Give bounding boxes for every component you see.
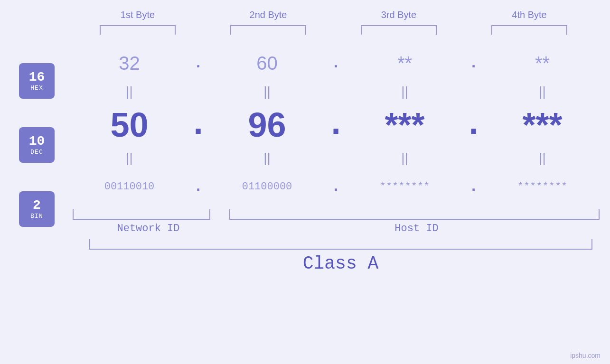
bracket-cell-4 [464, 25, 595, 35]
dot-sep-hex-3: . [467, 55, 481, 72]
bottom-brackets-row [68, 209, 604, 220]
main-container: 1st Byte 2nd Byte 3rd Byte 4th Byte 16 H… [0, 0, 610, 364]
labels-column: 16 HEX 10 DEC 2 BIN [6, 44, 68, 227]
top-bracket-3 [361, 25, 437, 35]
bracket-cell-3 [334, 25, 464, 35]
bin-b1-cell: 00110010 [68, 181, 191, 193]
bin-b3-value: ******** [380, 181, 430, 193]
class-bracket [89, 239, 592, 250]
equals-row-2: || || || || [68, 149, 604, 168]
host-id-label: Host ID [229, 223, 604, 234]
eq2-b3-sym: || [401, 150, 408, 166]
dec-b3-value: *** [385, 105, 424, 144]
eq1-b4-sym: || [539, 84, 546, 99]
gap1 [215, 209, 229, 220]
bin-row: 00110010 . 01100000 . ******** . *******… [68, 168, 604, 205]
bin-b2-value: 01100000 [242, 181, 292, 193]
byte2-header: 2nd Byte [203, 9, 334, 20]
eq1-b3-sym: || [401, 84, 408, 99]
hex-b2-cell: 60 [206, 53, 329, 74]
dot-sep-dec-2: . [329, 105, 343, 144]
dec-b1-value: 50 [110, 105, 148, 144]
bin-number: 2 [33, 198, 41, 213]
eq1-b1-sym: || [126, 84, 133, 99]
network-bracket [73, 209, 210, 220]
watermark: ipshu.com [570, 352, 601, 359]
dot-sep-dec-1: . [191, 105, 206, 144]
equals-row-1: || || || || [68, 82, 604, 101]
eq1-b1: || [68, 84, 191, 99]
data-columns: 32 . 60 . ** . ** || || [68, 44, 604, 234]
bin-b4-value: ******** [517, 181, 568, 193]
eq2-b2: || [206, 150, 329, 166]
eq1-b2: || [206, 84, 329, 99]
host-bracket-container [229, 209, 604, 220]
content-wrapper: 16 HEX 10 DEC 2 BIN 32 . 60 [6, 44, 604, 234]
hex-b4-value: ** [535, 53, 550, 74]
top-bracket-4 [491, 25, 567, 35]
eq2-b1: || [68, 150, 191, 166]
dec-b3-cell: *** [343, 105, 467, 144]
dec-b2-value: 96 [248, 105, 286, 144]
hex-b1-cell: 32 [68, 53, 191, 74]
top-bracket-1 [100, 25, 176, 35]
network-id-label: Network ID [68, 223, 229, 234]
class-label: Class A [80, 253, 602, 274]
dot-sep-bin-1: . [191, 178, 206, 196]
network-bracket-container [68, 209, 215, 220]
hex-b2-value: 60 [256, 53, 278, 74]
eq1-b2-sym: || [263, 84, 271, 99]
eq2-b1-sym: || [126, 150, 133, 166]
hex-b3-cell: ** [343, 53, 467, 74]
dot-sep-dec-3: . [467, 105, 481, 144]
top-bracket-2 [230, 25, 306, 35]
hex-number: 16 [29, 70, 45, 85]
eq1-b3: || [343, 84, 467, 99]
dec-b1-cell: 50 [68, 105, 191, 144]
dec-b2-cell: 96 [206, 105, 329, 144]
bin-b4-cell: ******** [481, 181, 604, 193]
top-brackets [73, 25, 595, 35]
hex-b3-value: ** [397, 53, 412, 74]
bin-b1-value: 00110010 [104, 181, 155, 193]
byte-headers: 1st Byte 2nd Byte 3rd Byte 4th Byte [73, 9, 595, 20]
dec-b4-cell: *** [481, 105, 604, 144]
eq2-b4: || [481, 150, 604, 166]
dot-sep-hex-1: . [191, 55, 206, 72]
hex-b4-cell: ** [481, 53, 604, 74]
hex-b1-value: 32 [119, 53, 140, 74]
eq2-b2-sym: || [263, 150, 271, 166]
dot-sep-bin-3: . [467, 178, 481, 196]
dec-number: 10 [29, 134, 45, 149]
bin-badge: 2 BIN [19, 191, 55, 227]
eq2-b4-sym: || [539, 150, 546, 166]
dec-badge: 10 DEC [19, 127, 55, 163]
bin-b2-cell: 01100000 [206, 181, 329, 193]
bracket-cell-2 [203, 25, 334, 35]
byte4-header: 4th Byte [464, 9, 595, 20]
bracket-cell-1 [73, 25, 203, 35]
byte1-header: 1st Byte [73, 9, 203, 20]
bin-b3-cell: ******** [343, 181, 467, 193]
eq2-b3: || [343, 150, 467, 166]
hex-row: 32 . 60 . ** . ** [68, 44, 604, 82]
dot-sep-hex-2: . [329, 55, 343, 72]
class-section: Class A [80, 239, 602, 274]
host-bracket [229, 209, 600, 220]
bin-label: BIN [30, 213, 43, 220]
id-labels-row: Network ID Host ID [68, 223, 604, 234]
dot-sep-bin-2: . [329, 178, 343, 196]
eq1-b4: || [481, 84, 604, 99]
hex-label: HEX [30, 85, 43, 92]
dec-b4-value: *** [522, 105, 562, 144]
byte3-header: 3rd Byte [334, 9, 464, 20]
hex-badge: 16 HEX [19, 63, 55, 99]
dec-label: DEC [30, 149, 43, 156]
dec-row: 50 . 96 . *** . *** [68, 101, 604, 149]
